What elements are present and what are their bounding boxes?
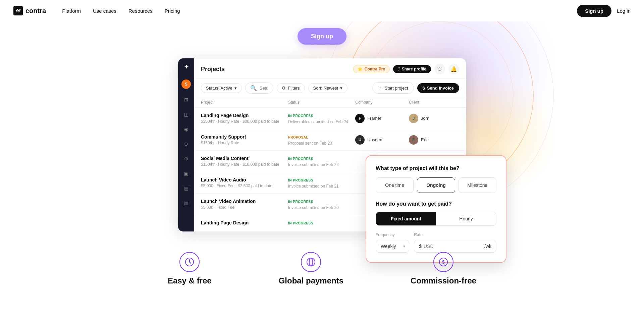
search-input[interactable] (260, 86, 268, 91)
feature-item-global: Global payments (279, 252, 343, 285)
sort-button[interactable]: Sort: Newest ▾ (308, 83, 347, 93)
feature-easy-label: Easy & free (168, 276, 212, 285)
modal-question-2: How do you want to get paid? (376, 201, 496, 207)
start-project-button[interactable]: ＋ Start project (372, 82, 414, 94)
notifications-button[interactable]: 🔔 (448, 64, 459, 74)
logo-text: contra (25, 7, 46, 15)
project-meta: $5,000 · Fixed Fee (201, 205, 288, 210)
search-box: 🔍 (245, 83, 273, 94)
share-profile-button[interactable]: ⤴ Share profile (393, 65, 431, 73)
nav-signup-button[interactable]: Sign up (577, 5, 611, 17)
client-name: Jorn (421, 116, 429, 121)
sidebar-projects-icon[interactable]: ◫ (182, 110, 190, 118)
sidebar-files-icon[interactable]: ▣ (182, 169, 190, 177)
nav-use-cases[interactable]: Use cases (93, 8, 116, 14)
company-cell: U Unseen (355, 135, 409, 145)
type-option-milestone[interactable]: Milestone (459, 177, 496, 193)
svg-rect-0 (13, 6, 23, 15)
feature-commission-label: Commission-free (411, 276, 476, 285)
type-option-ongoing[interactable]: Ongoing (417, 177, 455, 193)
feature-item-easy: Easy & free (168, 252, 212, 285)
status-cell: IN PROGRESS (288, 220, 355, 227)
table-row[interactable]: Landing Page Design $200/hr · Hourly Rat… (194, 108, 466, 129)
client-cell: J Jorn (409, 114, 449, 123)
sidebar-search-icon[interactable]: ⊙ (182, 140, 190, 148)
project-info: Launch Video Audio $5,000 · Fixed Fee · … (201, 177, 288, 188)
client-avatar: J (409, 114, 418, 123)
company-name: Unseen (367, 137, 382, 142)
svg-text:$: $ (442, 259, 445, 265)
sidebar-payments-icon[interactable]: ▤ (182, 184, 190, 192)
logo-icon (13, 6, 23, 15)
status-badge: IN PROGRESS (288, 199, 313, 204)
nav-resources[interactable]: Resources (128, 8, 153, 14)
status-cell: IN PROGRESS Invoice submitted on Feb 21 (288, 177, 355, 189)
filter-icon: ⚙ (282, 86, 286, 91)
plus-icon: ＋ (378, 85, 382, 91)
panel-toolbar: Status: Active ▾ 🔍 ⚙ Filters Sort: Newes… (194, 79, 466, 97)
status-badge: IN PROGRESS (288, 178, 313, 183)
project-name: Social Media Content (201, 156, 288, 161)
status-detail: Invoice submitted on Feb 21 (288, 184, 355, 189)
sidebar-home-icon[interactable]: ⊞ (182, 96, 190, 104)
nav-platform[interactable]: Platform (62, 8, 81, 14)
col-client: Client (409, 100, 449, 105)
features-section: Easy & free Global payments $ (168, 232, 476, 299)
rate-suffix: /wk (484, 244, 491, 249)
project-meta: $150/hr · Hourly Rate (201, 141, 288, 145)
client-avatar: E (409, 135, 418, 145)
company-logo: F (355, 114, 365, 123)
status-cell: IN PROGRESS Invoice submitted on Feb 20 (288, 198, 355, 210)
status-detail: Invoice submitted on Feb 22 (288, 162, 355, 167)
dollar-circle-icon: $ (433, 252, 453, 272)
nav-login-button[interactable]: Log in (617, 8, 631, 14)
project-name: Landing Page Design (201, 113, 288, 118)
hero-section: Sign up ✦ S ⊞ ◫ ◉ ⊙ ⊕ ▣ ▤ ▥ Projects (0, 21, 644, 299)
user-avatar[interactable]: S (181, 80, 191, 89)
type-option-one-time[interactable]: One time (376, 177, 414, 193)
project-info: Social Media Content $150/hr · Hourly Ra… (201, 156, 288, 167)
sidebar-logo-icon: ✦ (184, 64, 189, 70)
status-dropdown[interactable]: Status: Active ▾ (201, 83, 242, 93)
project-name: Community Support (201, 134, 288, 140)
contra-pro-badge[interactable]: ⭐ Contra Pro (353, 65, 390, 73)
panel-header: Projects ⭐ Contra Pro ⤴ Share profile ☺ … (194, 58, 466, 79)
table-row[interactable]: Community Support $150/hr · Hourly Rate … (194, 129, 466, 151)
client-name: Eric (421, 137, 428, 142)
table-header: Project Status Company Client (194, 97, 466, 108)
status-badge: IN PROGRESS (288, 113, 313, 118)
project-info: Landing Page Design $200/hr · Hourly Rat… (201, 113, 288, 124)
filter-button[interactable]: ⚙ Filters (277, 83, 305, 93)
feature-global-label: Global payments (279, 276, 343, 285)
project-meta: $200/hr · Hourly Rate · $30,000 paid to … (201, 119, 288, 124)
nav-pricing[interactable]: Pricing (165, 8, 180, 14)
status-detail: Invoice submitted on Feb 20 (288, 205, 355, 210)
project-name: Landing Page Design (201, 220, 288, 225)
payment-option-hourly[interactable]: Hourly (436, 212, 496, 225)
sidebar-activity-icon[interactable]: ▥ (182, 199, 190, 207)
star-icon: ⭐ (358, 67, 363, 71)
payment-option-fixed[interactable]: Fixed amount (376, 212, 436, 225)
status-badge: IN PROGRESS (288, 156, 313, 161)
emoji-button[interactable]: ☺ (434, 64, 445, 74)
sidebar-connections-icon[interactable]: ◉ (182, 125, 190, 133)
nav-links: Platform Use cases Resources Pricing (62, 8, 577, 14)
payment-toggle: Fixed amount Hourly (376, 212, 496, 226)
project-info: Community Support $150/hr · Hourly Rate (201, 134, 288, 145)
col-company: Company (355, 100, 409, 105)
hero-signup-button[interactable]: Sign up (298, 28, 346, 45)
navbar: contra Platform Use cases Resources Pric… (0, 0, 644, 21)
status-cell: PROPOSAL Proposal sent on Feb 23 (288, 134, 355, 146)
sidebar-settings-icon[interactable]: ⊕ (182, 155, 190, 163)
logo[interactable]: contra (13, 6, 46, 15)
project-info: Launch Video Animation $5,000 · Fixed Fe… (201, 199, 288, 210)
company-logo: U (355, 135, 365, 145)
status-label: Status: Active (206, 86, 232, 91)
search-icon: 🔍 (250, 85, 257, 91)
share-icon: ⤴ (398, 67, 400, 71)
panel-header-right: ⭐ Contra Pro ⤴ Share profile ☺ 🔔 (353, 64, 459, 74)
project-meta: $5,000 · Fixed Fee · $2,500 paid to date (201, 183, 288, 188)
send-invoice-button[interactable]: $ Send invoice (417, 83, 459, 93)
status-cell: IN PROGRESS Invoice submitted on Feb 22 (288, 155, 355, 167)
contra-pro-label: Contra Pro (365, 67, 385, 71)
